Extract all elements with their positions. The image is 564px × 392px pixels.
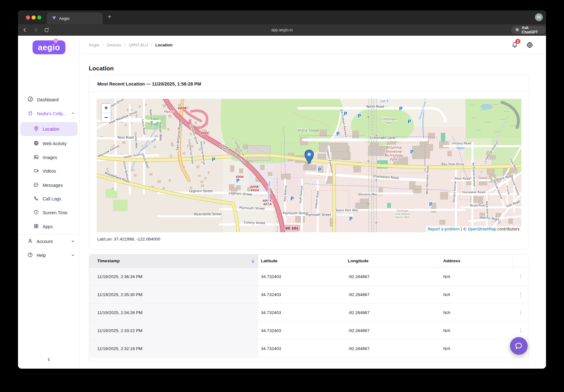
grid-icon — [33, 223, 39, 230]
sort-icon — [252, 259, 254, 263]
sidebar-item-account[interactable]: Account — [27, 238, 75, 245]
parking-icon: P — [410, 149, 414, 155]
cell-longitude: -92.284867 — [345, 268, 441, 285]
map-label: Boyd Road — [470, 204, 486, 207]
settings-button[interactable] — [526, 41, 533, 50]
table-row[interactable]: 11/19/2025, 2:36:34 PM 34.732403 -92.284… — [89, 268, 529, 286]
call-logs-label: Call Logs — [43, 196, 61, 201]
map[interactable]: US 101 Evergreen DriveEast Meadow DriveR… — [97, 99, 521, 232]
table-row[interactable]: 11/19/2025, 2:35:30 PM 34.732403 -92.284… — [89, 286, 529, 304]
column-header-timestamp[interactable]: Timestamp — [89, 254, 258, 267]
ask-chatgpt-button[interactable]: Ask ChatGPT — [511, 26, 546, 34]
sidebar-item-dashboard[interactable]: Dashboard — [27, 96, 59, 103]
sidebar-item-web-activity[interactable]: Web Activity — [33, 140, 67, 147]
minimize-window-button[interactable] — [32, 15, 36, 20]
report-problem-link[interactable]: Report a problem — [428, 227, 459, 231]
map-label: Lot E — [381, 99, 389, 103]
cell-longitude: -92.284867 — [345, 304, 441, 321]
sidebar-item-help[interactable]: Help — [27, 252, 75, 258]
location-pin-icon — [33, 126, 39, 132]
column-header-actions — [513, 254, 529, 267]
aegio-logo[interactable]: aegio — [33, 40, 65, 54]
us101-shield: US 101 — [284, 225, 299, 231]
openstreetmap-link[interactable]: OpenStreetMap — [468, 227, 496, 231]
column-header-address[interactable]: Address — [441, 254, 513, 267]
account-label: Account — [37, 239, 53, 244]
sidebar-item-apps[interactable]: Apps — [33, 223, 53, 230]
map-canvas: US 101 Evergreen DriveEast Meadow DriveR… — [97, 99, 521, 232]
sidebar: aegio Dashboard Nadia's Cellp... — [18, 36, 80, 369]
parking-icon: P — [429, 202, 433, 207]
map-label: Maxar — [164, 110, 174, 113]
cell-timestamp: 11/19/2025, 2:34:26 PM — [89, 304, 258, 321]
cell-longitude: -92.284867 — [345, 322, 441, 339]
globe-icon — [33, 140, 39, 147]
map-label: Victory Road — [452, 141, 471, 145]
favicon — [52, 15, 57, 21]
map-label: 400B;400A — [250, 185, 260, 192]
sidebar-item-location[interactable]: Location — [20, 122, 78, 136]
row-actions-button[interactable]: ⋮ — [519, 292, 523, 297]
cell-latitude: 34.732403 — [258, 286, 345, 303]
map-label: North Road — [366, 105, 384, 108]
table-row[interactable]: 11/19/2025, 2:32:18 PM 34.732403 -92.284… — [89, 340, 529, 358]
latitude-header-label: Latitude — [261, 258, 278, 263]
map-label: Allen Road — [454, 177, 471, 180]
new-tab-button[interactable]: + — [108, 14, 111, 20]
table-row[interactable]: 11/19/2025, 2:34:26 PM 34.732403 -92.284… — [89, 304, 529, 322]
sidebar-item-call-logs[interactable]: Call Logs — [33, 196, 61, 202]
breadcrumb-current: Location — [155, 43, 172, 47]
sidebar-item-screen-time[interactable]: Screen Time — [33, 210, 68, 216]
sidebar-item-images[interactable]: Images — [33, 154, 57, 161]
messages-label: Messages — [43, 183, 63, 188]
app-root: aegio Dashboard Nadia's Cellp... — [18, 36, 546, 369]
browser-tab-aegio[interactable]: Aegio — [47, 12, 103, 24]
logo-shield-icon — [54, 39, 58, 45]
sidebar-item-messages[interactable]: Messages — [33, 182, 63, 188]
map-label: Space Park Way — [335, 209, 358, 212]
parking-icon: P — [318, 167, 321, 173]
phone-icon — [33, 196, 39, 202]
url-bar[interactable]: app.aegio.io — [18, 24, 546, 36]
ask-chatgpt-label: Ask ChatGPT — [522, 26, 542, 34]
parking-icon: P — [408, 119, 411, 125]
apps-label: Apps — [43, 224, 53, 229]
breadcrumb-devices[interactable]: Devices — [107, 43, 121, 47]
sidebar-collapse-button[interactable] — [46, 357, 51, 363]
row-actions-button[interactable]: ⋮ — [519, 274, 523, 279]
cell-address: N/A — [441, 286, 513, 303]
chat-icon — [515, 342, 523, 350]
parking-icon: P — [236, 178, 240, 184]
map-label: Wyandotte Street — [194, 212, 222, 216]
sidebar-item-device[interactable]: Nadia's Cellp... — [27, 110, 75, 117]
zoom-out-button[interactable]: − — [101, 113, 111, 122]
map-label: Crittenden Lane — [370, 136, 395, 140]
dashboard-label: Dashboard — [37, 97, 59, 102]
zoom-in-button[interactable]: + — [101, 104, 111, 113]
cell-latitude: 34.732403 — [258, 322, 345, 339]
maximize-window-button[interactable] — [37, 15, 41, 20]
chat-fab[interactable] — [510, 337, 528, 355]
breadcrumb-aegio[interactable]: Aegio — [89, 43, 99, 47]
timestamp-header-label: Timestamp — [97, 258, 120, 263]
tab-strip: Aegio + SD — [18, 10, 546, 24]
column-header-latitude[interactable]: Latitude — [258, 254, 345, 267]
location-label: Location — [43, 127, 59, 132]
row-actions-button[interactable]: ⋮ — [519, 310, 523, 315]
close-window-button[interactable] — [26, 15, 30, 20]
recent-location-title: Most Recent Location — 11/20/2025, 1:58:… — [97, 81, 201, 86]
breadcrumb-device-id[interactable]: Q9NTJIUJ — [129, 43, 148, 47]
row-actions-button[interactable]: ⋮ — [519, 328, 523, 333]
table-body: 11/19/2025, 2:36:34 PM 34.732403 -92.284… — [89, 268, 529, 358]
profile-avatar[interactable]: SD — [535, 13, 543, 21]
breadcrumb: Aegio / Devices / Q9NTJIUJ / Location — [89, 43, 172, 47]
web-activity-label: Web Activity — [43, 141, 67, 146]
latlon-readout: Lat/Lon: 37.421998, -122.084000 — [97, 237, 160, 241]
map-label: 400C — [200, 131, 210, 135]
cell-latitude: 34.732403 — [258, 304, 345, 321]
column-header-longitude[interactable]: Longitude — [345, 254, 441, 267]
table-row[interactable]: 11/19/2025, 2:33:22 PM 34.732403 -92.284… — [89, 322, 529, 340]
parking-icon: P — [336, 131, 340, 137]
notifications-button[interactable]: 2 — [511, 41, 518, 50]
sidebar-item-videos[interactable]: Videos — [33, 168, 56, 174]
